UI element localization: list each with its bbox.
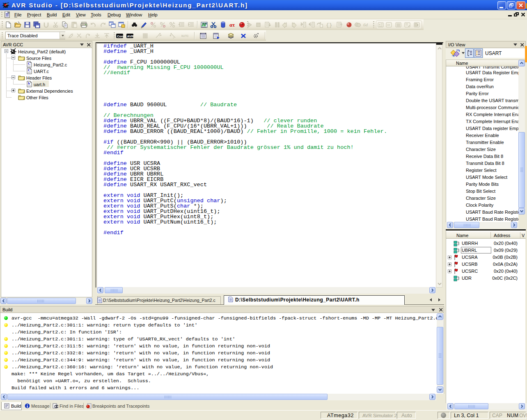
svg-text:C: C: [28, 68, 31, 72]
svg-text:ox: ox: [387, 23, 390, 26]
svg-text:AUTO: AUTO: [181, 34, 188, 37]
svg-text:h: h: [28, 81, 30, 85]
svg-text:{}: {}: [326, 22, 332, 28]
svg-text:6d: 6d: [363, 22, 368, 27]
svg-text:AVR: AVR: [127, 34, 134, 38]
svg-text:AVR: AVR: [202, 23, 207, 25]
svg-text:C: C: [28, 62, 31, 66]
svg-text:Con: Con: [117, 34, 123, 38]
svg-text:ατ: ατ: [229, 22, 235, 28]
